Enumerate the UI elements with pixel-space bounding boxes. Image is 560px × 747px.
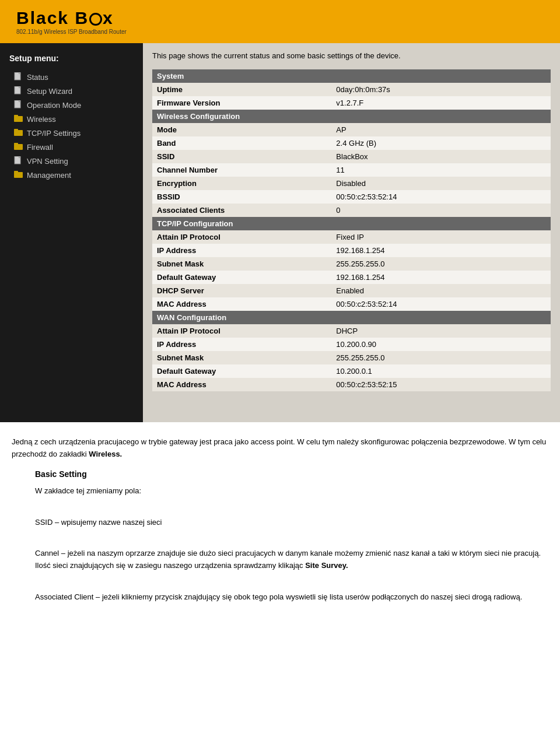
sidebar-item-tcpip[interactable]: TCP/IP Settings bbox=[0, 126, 143, 140]
sidebar-item-management-label: Management bbox=[27, 171, 71, 180]
svg-rect-14 bbox=[14, 172, 23, 178]
field-lan-gateway: Default Gateway bbox=[152, 271, 331, 284]
svg-rect-7 bbox=[14, 115, 18, 117]
field-bssid: BSSID bbox=[152, 190, 331, 204]
folder-icon-management bbox=[14, 170, 23, 180]
field-mode: Mode bbox=[152, 123, 331, 136]
section-wan-label: WAN Configuration bbox=[152, 311, 551, 324]
svg-rect-9 bbox=[14, 129, 18, 131]
sidebar-title: Setup menu: bbox=[0, 49, 143, 70]
sidebar: Setup menu: Status Setup Wizard Operatio… bbox=[0, 43, 143, 422]
section-system: System bbox=[152, 69, 551, 83]
table-row-lan-subnet: Subnet Mask 255.255.255.0 bbox=[152, 257, 551, 271]
header: Black Bx 802.11b/g Wireless ISP Broadban… bbox=[0, 0, 560, 43]
content-area: This page shows the current status and s… bbox=[143, 43, 560, 422]
value-wan-ip: 10.200.0.90 bbox=[331, 338, 551, 351]
table-row-mode: Mode AP bbox=[152, 123, 551, 136]
page-icon bbox=[14, 72, 23, 82]
table-row-lan-ip: IP Address 192.168.1.254 bbox=[152, 244, 551, 257]
value-wan-attain: DHCP bbox=[331, 324, 551, 338]
logo-title: Black Bx bbox=[16, 8, 127, 28]
value-lan-mac: 00:50:c2:53:52:14 bbox=[331, 297, 551, 311]
section-wireless: Wireless Configuration bbox=[152, 110, 551, 123]
value-uptime: 0day:0h:0m:37s bbox=[331, 83, 551, 96]
status-table: System Uptime 0day:0h:0m:37s Firmware Ve… bbox=[152, 69, 551, 391]
sidebar-item-operation-mode[interactable]: Operation Mode bbox=[0, 98, 143, 112]
sidebar-item-tcpip-label: TCP/IP Settings bbox=[27, 129, 80, 138]
field-band: Band bbox=[152, 136, 331, 150]
sidebar-item-vpn[interactable]: VPN Setting bbox=[0, 154, 143, 168]
content-inner: This page shows the current status and s… bbox=[143, 43, 560, 397]
value-wan-subnet: 255.255.255.0 bbox=[331, 351, 551, 364]
value-mode: AP bbox=[331, 123, 551, 136]
field-firmware: Firmware Version bbox=[152, 96, 331, 110]
table-row-encryption: Encryption Disabled bbox=[152, 177, 551, 190]
table-row-firmware: Firmware Version v1.2.7.F bbox=[152, 96, 551, 110]
folder-icon-tcpip bbox=[14, 128, 23, 138]
sidebar-item-operation-mode-label: Operation Mode bbox=[27, 101, 81, 110]
table-row-lan-gateway: Default Gateway 192.168.1.254 bbox=[152, 271, 551, 284]
sidebar-item-setup-wizard[interactable]: Setup Wizard bbox=[0, 84, 143, 98]
sidebar-item-wireless[interactable]: Wireless bbox=[0, 112, 143, 126]
value-encryption: Disabled bbox=[331, 177, 551, 190]
table-row-wan-gateway: Default Gateway 10.200.0.1 bbox=[152, 364, 551, 378]
table-row-lan-attain: Attain IP Protocol Fixed IP bbox=[152, 230, 551, 244]
page-icon-2 bbox=[14, 86, 23, 96]
sidebar-item-firewall-label: Firewall bbox=[27, 143, 53, 152]
page-icon-vpn bbox=[14, 156, 23, 166]
svg-rect-8 bbox=[14, 130, 23, 136]
field-wan-subnet: Subnet Mask bbox=[152, 351, 331, 364]
main-layout: Setup menu: Status Setup Wizard Operatio… bbox=[0, 43, 560, 422]
text-para1: Jedną z cech urządzenia pracujacego w tr… bbox=[12, 436, 548, 461]
field-lan-ip: IP Address bbox=[152, 244, 331, 257]
value-wan-mac: 00:50:c2:53:52:15 bbox=[331, 378, 551, 391]
section-wan: WAN Configuration bbox=[152, 311, 551, 324]
svg-rect-11 bbox=[14, 143, 18, 145]
table-row-wan-subnet: Subnet Mask 255.255.255.0 bbox=[152, 351, 551, 364]
table-row-uptime: Uptime 0day:0h:0m:37s bbox=[152, 83, 551, 96]
table-row-wan-ip: IP Address 10.200.0.90 bbox=[152, 338, 551, 351]
field-wan-ip: IP Address bbox=[152, 338, 331, 351]
page-description: This page shows the current status and s… bbox=[152, 49, 551, 62]
section-tcpip-label: TCP/IP Configuration bbox=[152, 217, 551, 230]
value-band: 2.4 GHz (B) bbox=[331, 136, 551, 150]
svg-rect-10 bbox=[14, 144, 23, 150]
logo-box: Black Bx 802.11b/g Wireless ISP Broadban… bbox=[9, 5, 134, 38]
table-row-dhcp: DHCP Server Enabled bbox=[152, 284, 551, 297]
table-row-band: Band 2.4 GHz (B) bbox=[152, 136, 551, 150]
svg-rect-15 bbox=[14, 171, 18, 173]
value-wan-gateway: 10.200.0.1 bbox=[331, 364, 551, 378]
text-para3: SSID – wpisujemy nazwe naszej sieci bbox=[35, 517, 548, 529]
value-channel: 11 bbox=[331, 163, 551, 177]
table-row-wan-attain: Attain IP Protocol DHCP bbox=[152, 324, 551, 338]
folder-icon-firewall bbox=[14, 142, 23, 152]
table-row-wan-mac: MAC Address 00:50:c2:53:52:15 bbox=[152, 378, 551, 391]
table-row-channel: Channel Number 11 bbox=[152, 163, 551, 177]
value-lan-subnet: 255.255.255.0 bbox=[331, 257, 551, 271]
sidebar-item-vpn-label: VPN Setting bbox=[27, 157, 68, 166]
text-para4: Cannel – jeżeli na naszym oprzarze znajd… bbox=[35, 548, 548, 572]
sidebar-item-status-label: Status bbox=[27, 73, 48, 82]
basic-setting-section: Basic Setting W zakładce tej zmieniamy p… bbox=[12, 468, 548, 604]
sidebar-item-wireless-label: Wireless bbox=[27, 115, 56, 124]
page-icon-3 bbox=[14, 100, 23, 110]
field-lan-attain: Attain IP Protocol bbox=[152, 230, 331, 244]
field-dhcp: DHCP Server bbox=[152, 284, 331, 297]
table-row-ssid: SSID BlackBox bbox=[152, 150, 551, 163]
table-row-bssid: BSSID 00:50:c2:53:52:14 bbox=[152, 190, 551, 204]
field-wan-mac: MAC Address bbox=[152, 378, 331, 391]
sidebar-item-firewall[interactable]: Firewall bbox=[0, 140, 143, 154]
field-lan-subnet: Subnet Mask bbox=[152, 257, 331, 271]
field-channel: Channel Number bbox=[152, 163, 331, 177]
value-firmware: v1.2.7.F bbox=[331, 96, 551, 110]
sidebar-item-status[interactable]: Status bbox=[0, 70, 143, 84]
field-encryption: Encryption bbox=[152, 177, 331, 190]
sidebar-item-management[interactable]: Management bbox=[0, 168, 143, 182]
field-lan-mac: MAC Address bbox=[152, 297, 331, 311]
section-system-label: System bbox=[152, 69, 551, 83]
text-para2: W zakładce tej zmieniamy pola: bbox=[35, 485, 548, 497]
field-wan-attain: Attain IP Protocol bbox=[152, 324, 331, 338]
value-bssid: 00:50:c2:53:52:14 bbox=[331, 190, 551, 204]
section-tcpip: TCP/IP Configuration bbox=[152, 217, 551, 230]
table-row-lan-mac: MAC Address 00:50:c2:53:52:14 bbox=[152, 297, 551, 311]
